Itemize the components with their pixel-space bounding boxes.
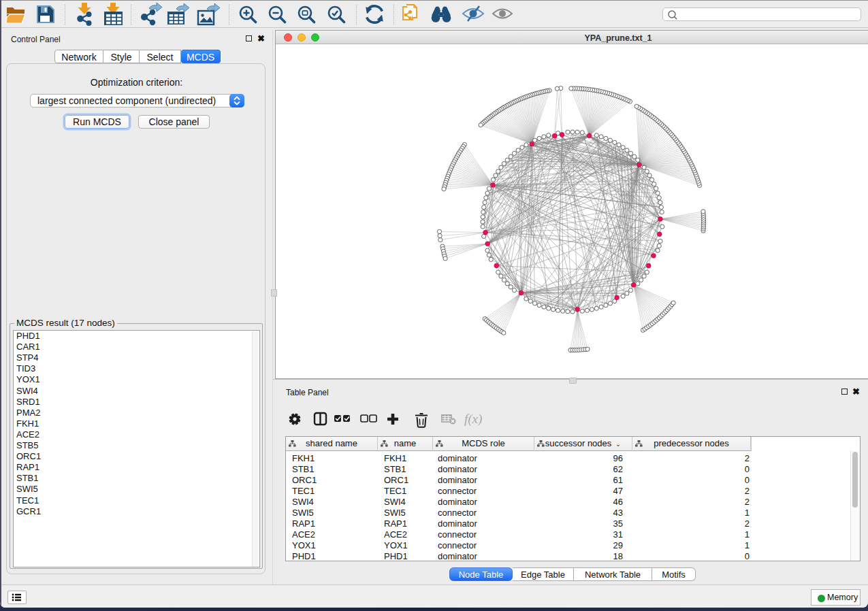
svg-text:f(x): f(x)	[464, 412, 482, 427]
